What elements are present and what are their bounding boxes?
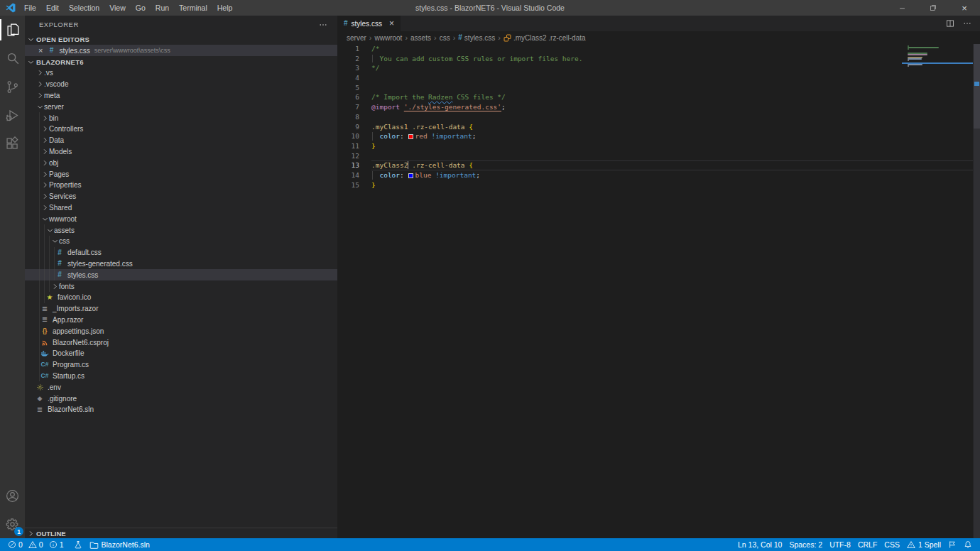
tree-item-css[interactable]: css: [25, 236, 337, 247]
tree-item-program-cs[interactable]: C#Program.cs: [25, 359, 337, 371]
code-line-7[interactable]: 7@import './styles-generated.css';: [337, 102, 980, 112]
status-spell-checker[interactable]: 1 Spell: [903, 538, 944, 551]
code-line-15[interactable]: 15}: [337, 180, 980, 190]
menu-terminal[interactable]: Terminal: [174, 0, 212, 16]
status-notifications[interactable]: [960, 538, 976, 551]
tree-item-vscode[interactable]: .vscode: [25, 79, 337, 90]
breadcrumb-wwwroot[interactable]: wwwroot: [374, 34, 402, 42]
menu-run[interactable]: Run: [151, 0, 174, 16]
breadcrumb-assets[interactable]: assets: [410, 34, 431, 42]
bell-icon: [964, 540, 972, 549]
tree-item-appsettings-json[interactable]: {}appsettings.json: [25, 325, 337, 337]
tree-item-assets[interactable]: assets: [25, 224, 337, 236]
workspace-section[interactable]: BLAZORNET6: [25, 56, 337, 67]
breadcrumb-myclass2-rz-cell-data[interactable]: .myClass2 .rz-cell-data: [503, 34, 586, 42]
status-problems[interactable]: 001: [4, 538, 70, 551]
activity-settings[interactable]: 1: [0, 510, 25, 538]
menu-selection[interactable]: Selection: [64, 0, 104, 16]
cursor-position-marker: [974, 82, 979, 86]
menu-help[interactable]: Help: [212, 0, 238, 16]
tree-item-fonts[interactable]: fonts: [25, 280, 337, 292]
more-actions-icon[interactable]: [963, 19, 971, 28]
tree-item-server[interactable]: server: [25, 101, 337, 112]
status-language[interactable]: CSS: [881, 538, 903, 551]
code-line-5[interactable]: 5: [337, 83, 980, 93]
menu-go[interactable]: Go: [131, 0, 151, 16]
open-editor-filename: styles.css: [59, 47, 89, 55]
tree-item-gitignore[interactable]: ◆.gitignore: [25, 393, 337, 404]
status-solution[interactable]: BlazorNet6.sln: [86, 538, 153, 551]
tree-item-blazornet6-sln[interactable]: ≣BlazorNet6.sln: [25, 404, 337, 415]
tree-item-shared[interactable]: Shared: [25, 202, 337, 214]
activity-extensions[interactable]: [0, 129, 25, 158]
status-encoding[interactable]: UTF-8: [826, 538, 854, 551]
code-line-12[interactable]: 12: [337, 151, 980, 161]
menu-view[interactable]: View: [104, 0, 131, 16]
tree-item-default-css[interactable]: #default.css: [25, 247, 337, 258]
breadcrumb-css[interactable]: css: [440, 34, 450, 42]
scrollbar-slider[interactable]: [974, 44, 980, 129]
open-editors-section[interactable]: OPEN EDITORS: [25, 33, 337, 45]
status-eol[interactable]: CRLF: [854, 538, 881, 551]
tree-item-services[interactable]: Services: [25, 191, 337, 202]
activity-account[interactable]: [0, 481, 25, 510]
code-line-4[interactable]: 4: [337, 73, 980, 83]
code-line-6[interactable]: 6/* Import the Radzen CSS files */: [337, 92, 980, 102]
restore-button[interactable]: [918, 0, 949, 16]
scrollbar[interactable]: [973, 44, 980, 538]
tree-item-app-razor[interactable]: ≣App.razor: [25, 315, 337, 326]
status-tests[interactable]: [70, 538, 86, 551]
breadcrumb-server[interactable]: server: [347, 34, 366, 42]
tree-item-blazornet6-csproj[interactable]: BlazorNet6.csproj: [25, 337, 337, 348]
tree-item-bin[interactable]: bin: [25, 112, 337, 124]
tree-item-startup-cs[interactable]: C#Startup.cs: [25, 371, 337, 382]
color-swatch[interactable]: [408, 134, 413, 139]
tab-styles-css[interactable]: # styles.css ×: [337, 16, 401, 31]
tree-item-models[interactable]: Models: [25, 146, 337, 158]
tree-item-styles-css[interactable]: #styles.css: [25, 269, 337, 280]
tab-close-icon[interactable]: ×: [389, 18, 394, 28]
code-line-10[interactable]: 10 color: red !important;: [337, 131, 980, 141]
tree-item-favicon-ico[interactable]: ★favicon.ico: [25, 292, 337, 303]
tree-item-dockerfile[interactable]: Dockerfile: [25, 348, 337, 359]
open-editor-styles-css[interactable]: × # styles.css server\wwwroot\assets\css: [25, 45, 337, 56]
tree-item-obj[interactable]: obj: [25, 157, 337, 168]
code-editor[interactable]: 1/*2 You can add custom CSS rules or imp…: [337, 44, 980, 538]
tree-item-pages[interactable]: Pages: [25, 168, 337, 180]
status-indentation[interactable]: Spaces: 2: [785, 538, 826, 551]
activity-search[interactable]: [0, 44, 25, 72]
code-token: }: [371, 142, 376, 150]
color-swatch[interactable]: [408, 173, 413, 178]
code-line-9[interactable]: 9.myClass1 .rz-cell-data {: [337, 122, 980, 132]
minimize-button[interactable]: [886, 0, 918, 16]
menu-file[interactable]: File: [19, 0, 41, 16]
activity-source-control[interactable]: [0, 72, 25, 101]
status-cursor-position[interactable]: Ln 13, Col 10: [734, 538, 785, 551]
tree-item-env[interactable]: .env: [25, 381, 337, 393]
tree-item-controllers[interactable]: Controllers: [25, 124, 337, 135]
close-window-button[interactable]: ×: [949, 0, 980, 16]
code-line-3[interactable]: 3*/: [337, 63, 980, 73]
tree-item-data[interactable]: Data: [25, 135, 337, 146]
tree-item-properties[interactable]: Properties: [25, 180, 337, 191]
code-line-2[interactable]: 2 You can add custom CSS rules or import…: [337, 54, 980, 64]
tree-item-imports-razor[interactable]: ≣_Imports.razor: [25, 303, 337, 315]
activity-explorer[interactable]: [0, 16, 25, 44]
breadcrumb-styles-css[interactable]: #styles.css: [458, 34, 495, 42]
outline-section[interactable]: OUTLINE: [25, 528, 337, 538]
code-line-8[interactable]: 8: [337, 112, 980, 122]
tree-item-meta[interactable]: meta: [25, 90, 337, 102]
status-feedback[interactable]: [944, 538, 960, 551]
explorer-more-actions-icon[interactable]: [319, 21, 327, 29]
tree-item-wwwroot[interactable]: wwwroot: [25, 213, 337, 224]
code-line-14[interactable]: 14 color: blue !important;: [337, 170, 980, 180]
tree-item-vs[interactable]: .vs: [25, 67, 337, 79]
close-editor-icon[interactable]: ×: [38, 46, 43, 55]
split-editor-icon[interactable]: [946, 19, 954, 28]
code-line-11[interactable]: 11}: [337, 141, 980, 151]
code-line-13[interactable]: 13.myClass2 .rz-cell-data {: [337, 160, 980, 170]
code-line-1[interactable]: 1/*: [337, 44, 980, 54]
tree-item-styles-generated-css[interactable]: #styles-generated.css: [25, 258, 337, 270]
menu-edit[interactable]: Edit: [41, 0, 64, 16]
activity-run-debug[interactable]: [0, 101, 25, 129]
